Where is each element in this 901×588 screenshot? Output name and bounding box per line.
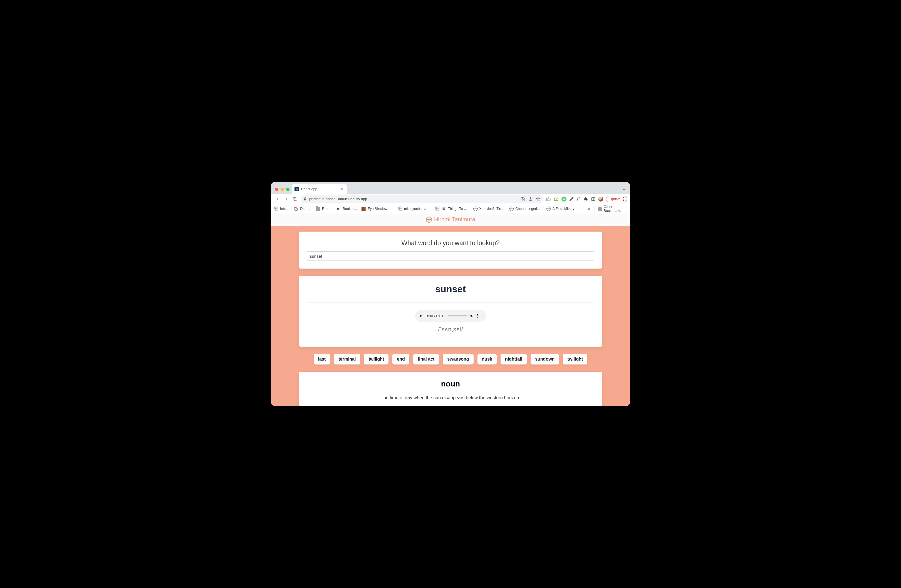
definition-text: The time of day when the sun disappears …: [307, 395, 594, 400]
svg-point-0: [296, 189, 297, 189]
audio-time: 0:00 / 0:01: [426, 314, 444, 318]
minimize-window-button[interactable]: [281, 188, 284, 191]
synonym-chip[interactable]: nightfall: [500, 354, 527, 364]
search-prompt: What word do you want to lookup?: [307, 240, 594, 247]
google-icon: [294, 207, 298, 211]
svg-point-13: [477, 317, 478, 317]
whatfont-extension-icon[interactable]: ƒ?: [577, 197, 581, 201]
bookmark-recipes[interactable]: Recipes: [316, 206, 332, 211]
synonym-chip[interactable]: terminal: [334, 354, 360, 364]
browser-menu-icon[interactable]: [623, 197, 624, 201]
globe-icon: [435, 207, 440, 211]
globe-icon: [509, 207, 514, 211]
swatch-icon: [362, 207, 366, 211]
camera-extension-icon[interactable]: [546, 196, 551, 202]
bookmarks-bar: Intranet Directory Recipes ★Bookmarks Ey…: [271, 204, 630, 213]
globe-icon: [398, 207, 402, 211]
part-of-speech: noun: [307, 380, 594, 388]
app-title: Hiromi Tanimura: [434, 216, 475, 223]
tab-strip: React App ✕: [271, 182, 630, 194]
bookmark-mitsuyoshi-makeup[interactable]: mitsuyoshi makeu…: [398, 207, 430, 211]
search-input[interactable]: [307, 251, 594, 261]
svg-point-8: [623, 197, 624, 198]
update-button[interactable]: Update: [606, 196, 627, 202]
window-controls: [274, 188, 292, 194]
app-header: Hiromi Tanimura: [271, 213, 630, 226]
extensions-puzzle-icon[interactable]: [583, 196, 588, 201]
bookmark-101-things[interactable]: 101 Things To Do I…: [435, 207, 469, 211]
close-window-button[interactable]: [275, 188, 278, 191]
svg-point-11: [477, 314, 478, 315]
search-card: What word do you want to lookup?: [299, 232, 602, 269]
svg-point-12: [477, 315, 478, 316]
reload-button[interactable]: [292, 196, 299, 203]
audio-progress-track[interactable]: [447, 316, 467, 316]
browser-toolbar: prismatic-scone-3ba6b1.netlify.app a: [271, 194, 630, 204]
synonym-chip[interactable]: twilight: [364, 354, 388, 364]
bookmarks-overflow-button[interactable]: »: [588, 207, 590, 211]
side-panel-icon[interactable]: [591, 197, 595, 201]
star-icon: ★: [337, 207, 341, 211]
app-logo-icon: [426, 216, 432, 223]
definition-card: noun The time of day when the sun disapp…: [299, 372, 602, 406]
omnibox-right-icons: [520, 196, 540, 201]
lock-icon: [303, 197, 307, 201]
globe-icon: [546, 207, 551, 211]
synonym-chip[interactable]: final act: [413, 354, 439, 364]
globe-icon: [473, 207, 478, 211]
result-card: sunset 0:00 / 0:01 /ˈsʌnˌsɛt/: [299, 276, 602, 347]
tab-search-button[interactable]: [622, 188, 626, 191]
browser-tab[interactable]: React App ✕: [292, 184, 347, 194]
maximize-window-button[interactable]: [286, 188, 290, 191]
synonym-chip[interactable]: swansong: [443, 354, 473, 364]
bookmark-cheap-lingerie[interactable]: Cheap Lingerie, S…: [509, 207, 542, 211]
profile-avatar[interactable]: [598, 196, 603, 202]
back-button[interactable]: [274, 196, 281, 203]
svg-point-9: [623, 199, 624, 199]
forward-button[interactable]: [283, 196, 290, 203]
globe-icon: [274, 207, 278, 211]
bookmark-intranet[interactable]: Intranet: [274, 207, 290, 211]
share-icon[interactable]: [528, 197, 533, 201]
bookmark-a-find[interactable]: A Find: Mitsuyoshi…: [546, 207, 580, 211]
synonym-chip[interactable]: end: [392, 354, 409, 364]
bookmark-star-icon[interactable]: [536, 197, 540, 201]
synonym-chip[interactable]: dusk: [477, 354, 497, 364]
svg-rect-6: [554, 198, 558, 201]
result-word: sunset: [307, 283, 594, 294]
close-tab-button[interactable]: ✕: [340, 187, 344, 191]
bookmark-xmovies8[interactable]: Xmovies8: Tinker…: [473, 207, 505, 211]
phonetics-box: 0:00 / 0:01 /ˈsʌnˌsɛt/: [307, 302, 594, 339]
eyedropper-extension-icon[interactable]: [569, 196, 574, 201]
synonym-chip[interactable]: sundown: [531, 354, 559, 364]
folder-icon: [598, 207, 602, 211]
other-bookmarks-button[interactable]: Other Bookmarks: [595, 205, 627, 213]
svg-point-5: [547, 199, 549, 200]
bookmark-eyeshadow[interactable]: Eye Shadow - Co…: [362, 206, 393, 211]
page-body: What word do you want to lookup? sunset …: [271, 226, 630, 406]
synonym-chip[interactable]: twilight: [563, 354, 587, 364]
new-tab-button[interactable]: [349, 185, 357, 193]
audio-player[interactable]: 0:00 / 0:01: [415, 310, 486, 322]
synonym-chips: last terminal twilight end final act swa…: [299, 354, 602, 364]
amazon-extension-icon[interactable]: a: [561, 196, 566, 202]
mail-extension-icon[interactable]: [554, 196, 559, 202]
update-label: Update: [610, 197, 621, 201]
phonetic-text: /ˈsʌnˌsɛt/: [438, 326, 463, 333]
address-bar[interactable]: prismatic-scone-3ba6b1.netlify.app: [301, 195, 543, 203]
svg-point-10: [623, 200, 624, 201]
tab-title: React App: [301, 187, 338, 191]
folder-icon: [316, 207, 320, 211]
audio-more-icon[interactable]: [477, 314, 478, 318]
synonym-chip[interactable]: last: [314, 354, 330, 364]
react-favicon-icon: [295, 187, 299, 191]
url-text: prismatic-scone-3ba6b1.netlify.app: [309, 197, 518, 201]
bookmark-directory[interactable]: Directory: [294, 207, 312, 211]
extension-icons: a ƒ?: [545, 196, 604, 202]
eye-off-icon[interactable]: [520, 196, 525, 201]
play-icon[interactable]: [419, 314, 423, 318]
volume-icon[interactable]: [470, 314, 474, 318]
other-bookmarks-label: Other Bookmarks: [604, 205, 627, 213]
svg-rect-4: [546, 198, 550, 201]
bookmark-bookmarks[interactable]: ★Bookmarks: [337, 207, 357, 211]
